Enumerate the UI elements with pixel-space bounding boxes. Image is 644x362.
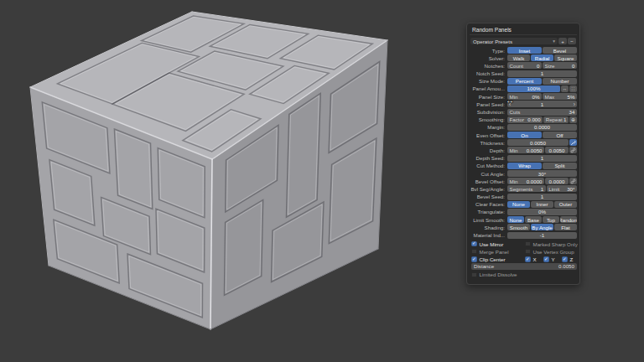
clear-faces-inner-button[interactable]: Inner <box>531 201 553 208</box>
check-icon: ✓ <box>472 241 476 246</box>
panel-size-row: Panel Size: Min 0% Max 5% <box>470 93 577 100</box>
wrench-icon <box>570 140 576 146</box>
bevel-offset-link-button[interactable] <box>569 178 577 184</box>
bevel-offset-max-field[interactable]: 0.0000 <box>545 178 569 184</box>
size-mode-row: Size Mode: Percent Number <box>470 78 577 85</box>
operator-presets-row: Operator Presets ▾ + − <box>470 38 577 44</box>
depth-max-field[interactable]: 0.0050 <box>545 147 569 153</box>
shading-by-angle-button[interactable]: By Angle <box>531 224 553 230</box>
notches-size-field[interactable]: Size 0 <box>543 62 577 69</box>
even-offset-on-button[interactable]: On <box>507 132 542 138</box>
clear-faces-outer-button[interactable]: Outer <box>554 201 577 208</box>
depth-row: Depth: Min 0.0050 0.0050 <box>470 147 577 153</box>
depth-link-button[interactable] <box>569 147 577 153</box>
limit-smooth-random-button[interactable]: Random <box>560 216 577 223</box>
solver-walk-button[interactable]: Walk <box>507 54 530 61</box>
even-offset-off-button[interactable]: Off <box>543 132 577 138</box>
mirror-options-row-2: Merge Panel Use Vertex Group <box>470 248 577 255</box>
subdivision-row: Subdivision: Cuts 34 <box>470 109 577 116</box>
panel-seed-stepper[interactable]: ‹ 1 › <box>507 101 577 107</box>
panel-amount-slider[interactable]: 100% <box>507 85 560 92</box>
cut-method-wrap-button[interactable]: Wrap <box>507 163 542 169</box>
depth-min-field[interactable]: Min 0.0050 <box>507 147 544 153</box>
cut-angle-field[interactable]: 30° <box>507 170 577 177</box>
clear-faces-none-button[interactable]: None <box>507 201 530 208</box>
random-panels-operator-panel: Random Panels Operator Presets ▾ + − Typ… <box>466 23 580 285</box>
material-index-row: Material Ind... -1 <box>470 232 577 239</box>
triangulate-field[interactable]: 0% <box>507 209 577 215</box>
axis-z-checkbox[interactable]: ✓ <box>562 256 568 262</box>
bevel-seed-field[interactable]: 1 <box>507 194 577 200</box>
notches-count-field[interactable]: Count 0 <box>507 62 542 69</box>
limited-dissolve-checkbox[interactable] <box>471 272 477 278</box>
operator-presets-dropdown[interactable]: Operator Presets ▾ <box>470 38 558 44</box>
size-mode-percent-button[interactable]: Percent <box>507 78 542 85</box>
limit-smooth-row: Limit Smooth: None Base Top Random <box>470 216 577 223</box>
randomize-button[interactable]: ∷ <box>569 85 577 92</box>
notch-seed-row: Notch Seed: 1 <box>470 70 577 77</box>
bvl-seg-angle-row: Bvl Seg/Angle: Segments 1 Limit 30° <box>470 185 577 192</box>
material-index-field[interactable]: -1 <box>507 232 577 239</box>
solver-square-button[interactable]: Square <box>554 54 577 61</box>
triangulate-row: Triangulate: 0% <box>470 209 577 215</box>
link-icon <box>570 147 576 153</box>
thickness-row: Thickness: 0.0050 <box>470 139 577 146</box>
distance-field[interactable]: Distance 0.0050 <box>471 263 577 270</box>
marked-sharp-only-checkbox[interactable] <box>525 241 531 247</box>
size-mode-number-button[interactable]: Number <box>543 78 577 85</box>
clear-faces-row: Clear Faces: None Inner Outer <box>470 201 577 208</box>
solver-radial-button[interactable]: Radial <box>531 54 553 61</box>
falloff-button[interactable]: ⊕ <box>569 116 577 123</box>
check-icon: ✓ <box>526 257 530 262</box>
panel-size-max-field[interactable]: Max 5% <box>543 93 577 100</box>
shading-smooth-button[interactable]: Smooth <box>507 224 530 230</box>
bevel-offset-min-field[interactable]: Min 0.0000 <box>507 178 544 184</box>
add-preset-button[interactable]: + <box>558 38 567 44</box>
panel-seed-row: Panel Seed: ‹ 1 › <box>470 101 577 107</box>
shading-flat-button[interactable]: Flat <box>554 224 577 230</box>
smoothing-repeat-field[interactable]: Repeat 1 <box>543 116 569 123</box>
mouse-cursor-resize-horizontal: ↔ <box>506 96 514 105</box>
stepper-right-icon[interactable]: › <box>574 101 575 107</box>
clip-center-checkbox[interactable]: ✓ <box>471 256 477 262</box>
falloff-icon: ⊕ <box>571 116 575 122</box>
shading-row: Shading: Smooth By Angle Flat <box>470 224 577 230</box>
use-vertex-group-checkbox[interactable] <box>525 249 531 255</box>
type-row: Type: Inset Bevel <box>470 47 577 54</box>
bevel-limit-field[interactable]: Limit 30° <box>547 185 577 192</box>
cut-method-row: Cut Method: Wrap Split <box>470 163 577 169</box>
panel-amount-row: Panel Amou... 100% ↔ ∷ <box>470 85 577 92</box>
use-mirror-checkbox[interactable]: ✓ <box>471 241 477 247</box>
notch-seed-field[interactable]: 1 <box>507 70 577 77</box>
chevron-down-icon: ▾ <box>553 39 555 44</box>
margin-field[interactable]: 0.0000 <box>507 124 577 131</box>
panel-title: Random Panels <box>470 25 577 35</box>
margin-row: Margin: 0.0000 <box>470 124 577 131</box>
thickness-field[interactable]: 0.0050 <box>507 139 569 146</box>
subdivision-cuts-field[interactable]: Cuts 34 <box>507 109 577 116</box>
smoothing-row: Smoothing: Factor 0.000 Repeat 1 ⊕ <box>470 116 577 123</box>
remove-preset-button[interactable]: − <box>568 38 576 44</box>
clip-center-row: ✓ Clip Center ✓ X ✓ Y ✓ Z <box>470 256 577 262</box>
limit-smooth-top-button[interactable]: Top <box>543 216 559 223</box>
axis-x-checkbox[interactable]: ✓ <box>525 256 531 262</box>
type-bevel-button[interactable]: Bevel <box>543 47 577 54</box>
extend-value-button[interactable]: ↔ <box>561 85 569 92</box>
axis-y-checkbox[interactable]: ✓ <box>543 256 549 262</box>
smoothing-factor-field[interactable]: Factor 0.000 <box>507 116 543 123</box>
mirror-options-row-1: ✓ Use Mirror Marked Sharp Only <box>470 240 577 247</box>
arrows-horizontal-icon: ↔ <box>563 86 568 91</box>
limit-smooth-base-button[interactable]: Base <box>525 216 542 223</box>
bevel-offset-row: Bevel Offset: Min 0.0000 0.0000 <box>470 178 577 184</box>
cut-angle-row: Cut Angle: 30° <box>470 170 577 177</box>
merge-panel-checkbox[interactable] <box>471 249 477 255</box>
bevel-seed-row: Bevel Seed: 1 <box>470 194 577 200</box>
distance-row: Distance 0.0050 <box>470 264 577 271</box>
thickness-tool-button[interactable] <box>569 139 577 146</box>
depth-seed-field[interactable]: 1 <box>507 155 577 162</box>
type-inset-button[interactable]: Inset <box>507 47 542 54</box>
cut-method-split-button[interactable]: Split <box>543 163 577 169</box>
link-icon <box>570 178 576 184</box>
bevel-segments-field[interactable]: Segments 1 <box>507 185 546 192</box>
limit-smooth-none-button[interactable]: None <box>507 216 524 223</box>
